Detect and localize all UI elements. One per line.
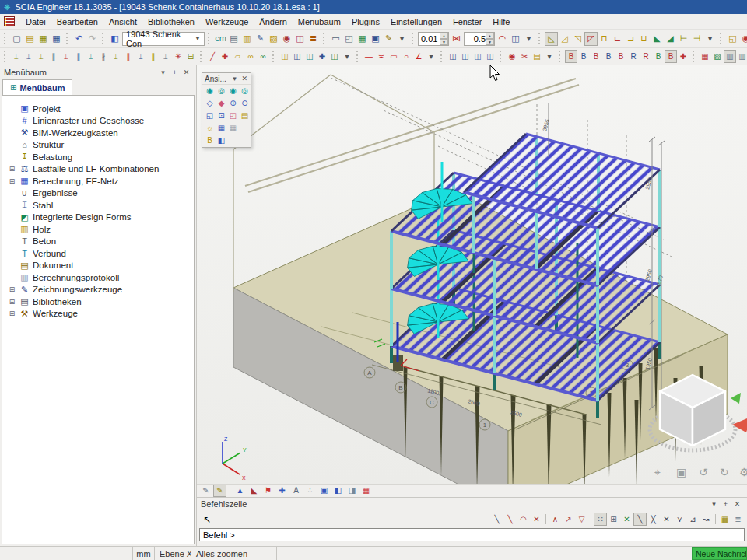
clipping-box-button[interactable]: B: [204, 135, 216, 147]
spin-up-icon[interactable]: ▲: [486, 33, 494, 39]
status-units[interactable]: mm: [133, 547, 155, 560]
connection-grid-button[interactable]: B: [615, 50, 627, 63]
layers-dialog-button[interactable]: ◫: [293, 32, 307, 46]
bim-toolbox-button[interactable]: ◱: [726, 32, 739, 46]
mesh-refine-button[interactable]: ⋈: [450, 32, 463, 46]
spin-down-icon[interactable]: ▼: [440, 39, 448, 45]
divide-member-button[interactable]: ∥: [122, 50, 135, 63]
zoom-out-button[interactable]: ⊖: [239, 97, 251, 110]
project-dropdown[interactable]: 19043 Schenk Con ▼: [122, 32, 205, 46]
fast-view-2-button[interactable]: ◨: [345, 485, 359, 497]
cursor-plane-button[interactable]: ▽: [575, 513, 588, 526]
support-fixed-button[interactable]: ◺: [545, 32, 558, 46]
toolbar-grip[interactable]: [208, 33, 211, 44]
snap-intersection-button[interactable]: ╳: [647, 513, 660, 526]
expand-icon[interactable]: ⊞: [8, 285, 16, 293]
toolbar-grip[interactable]: [559, 51, 562, 62]
draw-more-button[interactable]: ▾: [425, 50, 437, 63]
extend-member-button[interactable]: ⌶: [85, 50, 97, 63]
copy-member-button[interactable]: ⌶: [23, 50, 35, 63]
paste-members-button[interactable]: ◫: [303, 50, 316, 63]
support-corner-button[interactable]: ◸: [584, 32, 598, 46]
tree-item-verbund[interactable]: TVerbund: [2, 247, 194, 260]
snap-tangent-button[interactable]: ⋎: [673, 513, 686, 526]
cursor-step-button[interactable]: ∧: [549, 513, 562, 526]
zoom-window-button[interactable]: ◱: [204, 110, 216, 122]
light-settings-button[interactable]: ☼: [204, 122, 216, 135]
join-member-button[interactable]: ⌶: [110, 50, 122, 63]
toolbar-grip[interactable]: [200, 51, 203, 62]
reverse-member-button[interactable]: ⌶: [135, 50, 147, 63]
close-icon[interactable]: ✕: [181, 68, 192, 76]
zoom-selection-button[interactable]: ◰: [227, 110, 239, 122]
snap-clear-button[interactable]: ✕: [530, 513, 543, 526]
fast-view-1-button[interactable]: ◧: [331, 485, 345, 497]
menu-einstellungen[interactable]: Einstellungen: [385, 16, 447, 28]
menu-bibliotheken[interactable]: Bibliotheken: [142, 16, 200, 28]
paste-insert-1-button[interactable]: ◫: [447, 50, 459, 63]
support-line-button[interactable]: ⊔: [637, 32, 651, 46]
table-input-button[interactable]: ▦: [718, 513, 731, 526]
rotate-arrow-green[interactable]: [731, 393, 741, 404]
export-document-button[interactable]: ▣: [369, 32, 382, 46]
perspective-button[interactable]: ◆: [216, 97, 227, 110]
toolbar-grip[interactable]: [500, 51, 503, 62]
render-mode-button[interactable]: ◣: [247, 485, 261, 497]
tree-item-ergebnisse[interactable]: ∪Ergebnisse: [2, 187, 194, 200]
support-rotation-y-button[interactable]: ◢: [664, 32, 677, 46]
snap-midpoint-button[interactable]: ✕: [620, 513, 633, 526]
activity-more-button[interactable]: ▾: [543, 50, 556, 63]
snap-arc-button[interactable]: ◠: [517, 513, 530, 526]
panel-menu-icon[interactable]: ▾: [231, 75, 239, 82]
pin-icon[interactable]: +: [720, 500, 731, 508]
document-composer-button[interactable]: ▧: [267, 32, 280, 46]
tree-item-dokument[interactable]: ▤Dokument: [2, 260, 194, 272]
nav-zoom-icon[interactable]: ⌖: [654, 466, 661, 478]
toolbar-grip[interactable]: [323, 33, 326, 44]
snap-line-button[interactable]: ╲: [490, 513, 503, 526]
connection-welded-button[interactable]: B: [577, 50, 590, 63]
show-loads-button[interactable]: ⚑: [261, 485, 275, 497]
undo-button[interactable]: ↶: [72, 32, 86, 46]
move-selection-button[interactable]: ✚: [316, 50, 328, 63]
dimension-line-button[interactable]: ⊟: [184, 50, 197, 63]
menu-bearbeiten[interactable]: Bearbeiten: [51, 16, 103, 28]
support-rotation-x-button[interactable]: ◣: [651, 32, 664, 46]
print-preview-button[interactable]: ◰: [342, 32, 356, 46]
insert-node-button[interactable]: ✚: [219, 50, 231, 63]
view-more-button[interactable]: ▾: [522, 32, 535, 46]
view-image-1-button[interactable]: ▦: [216, 122, 227, 135]
status-plane[interactable]: Ebene XY: [155, 547, 191, 560]
tree-item-werkzeuge[interactable]: ⊞⚒Werkzeuge: [2, 308, 194, 320]
numeric-input-button[interactable]: ≣: [731, 513, 745, 526]
named-views-button[interactable]: ◫: [509, 32, 522, 46]
line-grid-button[interactable]: ⊞: [607, 513, 620, 526]
show-model-data-button[interactable]: ▣: [317, 485, 331, 497]
menu-fenster[interactable]: Fenster: [447, 16, 487, 28]
snap-endpoint-button[interactable]: ╲: [633, 513, 647, 526]
fast-doc-2-button[interactable]: ▥: [736, 50, 747, 63]
nav-cube-mode-icon[interactable]: ▣: [676, 466, 686, 478]
menu-plugins[interactable]: Plugins: [346, 16, 385, 28]
project-data-button[interactable]: ▤: [227, 32, 240, 46]
snap-star-button[interactable]: ✳: [172, 50, 184, 63]
toolbar-grip[interactable]: [720, 33, 723, 44]
tree-item-bim-werkzeugkasten[interactable]: ⚒BIM-Werkzeugkasten: [2, 127, 194, 139]
axonometry-button[interactable]: ◇: [204, 97, 216, 110]
connection-expand-button[interactable]: B: [652, 50, 665, 63]
shaded-mode-button[interactable]: ✎: [213, 485, 226, 497]
menu-menuebaum[interactable]: Menübaum: [293, 16, 346, 28]
snap-line-mid-button[interactable]: ╲: [503, 513, 517, 526]
open-project-button[interactable]: ▤: [23, 32, 37, 46]
paste-insert-4-button[interactable]: ◫: [484, 50, 496, 63]
close-polygon-button[interactable]: ▱: [231, 50, 244, 63]
draw-polyline-button[interactable]: ╱: [206, 50, 219, 63]
view-y-direction-button[interactable]: ◎: [216, 85, 227, 97]
tree-item-struktur[interactable]: ⌂Struktur: [2, 139, 194, 152]
beam-hinge-left-button[interactable]: ⊢: [677, 32, 690, 46]
save-button[interactable]: ▦: [50, 32, 63, 46]
volume-mode-button[interactable]: ▲: [233, 485, 247, 497]
support-sliding-button[interactable]: ◹: [571, 32, 584, 46]
view-axonometric-button[interactable]: ◎: [239, 85, 251, 97]
hinge-end-button[interactable]: ⊐: [624, 32, 637, 46]
